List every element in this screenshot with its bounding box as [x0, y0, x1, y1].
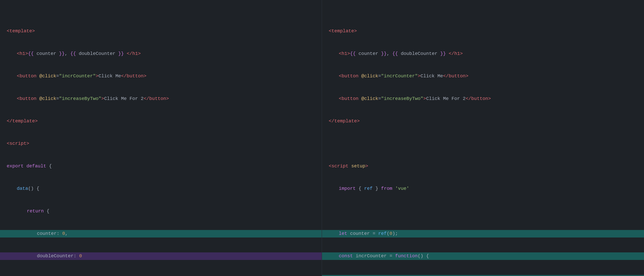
line-return-open: return {	[7, 208, 315, 215]
line-return-close: }	[7, 275, 315, 276]
r-line-const-incr: const incrCounter = function() {	[322, 252, 644, 260]
r-line-import: import { ref } from 'vue'	[329, 185, 637, 192]
r-line-h1: <h1>{{ counter }}, {{ doubleCounter }} <…	[329, 50, 637, 58]
line-button-incr: <button @click="incrCounter">Click Me</b…	[7, 72, 315, 80]
r-line-template-open: <template>	[329, 27, 637, 35]
left-code-block: <template> <h1>{{ counter }}, {{ doubleC…	[7, 5, 315, 276]
right-code-block: <template> <h1>{{ counter }}, {{ doubleC…	[329, 5, 637, 276]
line-script-open: <script>	[7, 140, 315, 147]
line-h1: <h1>{{ counter }}, {{ doubleCounter }} <…	[7, 50, 315, 58]
r-line-let-counter: let counter = ref(0);	[322, 230, 644, 238]
right-pane: <template> <h1>{{ counter }}, {{ doubleC…	[322, 0, 644, 276]
r-line-empty2	[329, 208, 637, 215]
line-button-increase: <button @click="increaseByTwo">Click Me …	[7, 95, 315, 103]
line-data-fn: data() {	[7, 185, 315, 192]
line-export-default: export default {	[7, 162, 315, 170]
line-template-open: <template>	[7, 27, 315, 35]
r-line-template-close: </template>	[329, 118, 637, 125]
r-line-script-setup: <script setup>	[329, 162, 637, 170]
left-pane: <template> <h1>{{ counter }}, {{ doubleC…	[0, 0, 322, 276]
line-counter-zero: counter: 0,	[0, 230, 322, 238]
r-line-counter-value: counter.value += 1;	[322, 275, 644, 276]
r-line-button-increase: <button @click="increaseByTwo">Click Me …	[329, 95, 637, 103]
r-line-button-incr: <button @click="incrCounter">Click Me</b…	[329, 72, 637, 80]
line-template-close: </template>	[7, 118, 315, 125]
r-line-empty	[329, 140, 637, 147]
line-double-counter-zero: doubleCounter: 0	[0, 252, 322, 260]
